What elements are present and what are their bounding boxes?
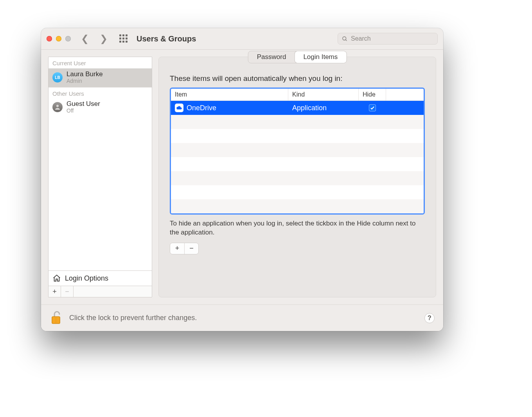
forward-button[interactable]: ❯ xyxy=(100,34,108,43)
window-title: Users & Groups xyxy=(137,34,196,43)
svg-point-0 xyxy=(343,36,346,40)
empty-row xyxy=(171,115,424,129)
col-hide[interactable]: Hide xyxy=(359,89,386,100)
unlocked-lock-icon[interactable] xyxy=(50,311,62,326)
user-name: Guest User xyxy=(66,100,100,108)
col-item[interactable]: Item xyxy=(171,89,288,100)
table-row[interactable]: OneDrive Application xyxy=(171,101,424,115)
empty-row xyxy=(171,157,424,171)
login-items-table[interactable]: Item Kind Hide OneDrive Application xyxy=(170,88,425,215)
close-window-button[interactable] xyxy=(47,36,52,41)
users-sidebar: Current User LB Laura Burke Admin Other … xyxy=(48,57,152,297)
sidebar-footer: + − xyxy=(49,286,152,297)
add-remove-group: + − xyxy=(170,243,199,254)
user-role: Admin xyxy=(66,78,103,84)
preferences-window: ❮ ❯ Users & Groups Search Current User xyxy=(41,28,443,331)
add-user-button[interactable]: + xyxy=(49,286,61,297)
house-icon xyxy=(52,274,61,283)
empty-row xyxy=(171,185,424,199)
current-user-header: Current User xyxy=(49,57,152,68)
avatar: LB xyxy=(52,72,63,82)
back-button[interactable]: ❮ xyxy=(81,34,89,43)
item-name: OneDrive xyxy=(187,104,216,112)
panel-hint: To hide an application when you log in, … xyxy=(170,219,425,237)
col-kind[interactable]: Kind xyxy=(288,89,359,100)
avatar xyxy=(52,102,63,112)
kind-cell: Application xyxy=(288,104,359,112)
nav-buttons: ❮ ❯ xyxy=(81,34,108,43)
window-body: Current User LB Laura Burke Admin Other … xyxy=(41,50,443,304)
tabs: Password Login Items xyxy=(248,51,347,63)
hide-cell xyxy=(359,104,386,111)
user-name: Laura Burke xyxy=(66,71,103,78)
empty-row xyxy=(171,143,424,157)
item-cell: OneDrive xyxy=(171,104,288,112)
zoom-window-button[interactable] xyxy=(65,36,71,41)
empty-row xyxy=(171,129,424,143)
svg-line-1 xyxy=(345,39,347,41)
help-button[interactable]: ? xyxy=(424,313,435,323)
remove-user-button[interactable]: − xyxy=(61,286,74,297)
user-status: Off xyxy=(66,108,100,114)
login-options-button[interactable]: Login Options xyxy=(49,270,152,286)
onedrive-icon xyxy=(175,104,183,112)
search-placeholder: Search xyxy=(351,35,371,42)
sidebar-item-current-user[interactable]: LB Laura Burke Admin xyxy=(49,68,152,87)
remove-login-item-button[interactable]: − xyxy=(184,243,198,254)
toolbar: ❮ ❯ Users & Groups Search xyxy=(41,28,443,50)
add-login-item-button[interactable]: + xyxy=(170,243,184,254)
login-items-panel: Password Login Items These items will op… xyxy=(158,57,436,297)
tab-password[interactable]: Password xyxy=(248,51,295,63)
panel-description: These items will open automatically when… xyxy=(170,74,425,83)
tab-login-items[interactable]: Login Items xyxy=(295,51,346,63)
lock-hint: Click the lock to prevent further change… xyxy=(69,314,197,322)
hide-checkbox[interactable] xyxy=(369,104,376,111)
show-all-prefs-button[interactable] xyxy=(119,34,128,43)
empty-row xyxy=(171,199,424,213)
table-header: Item Kind Hide xyxy=(171,89,424,101)
window-footer: Click the lock to prevent further change… xyxy=(41,304,443,331)
login-options-label: Login Options xyxy=(65,274,108,283)
search-icon xyxy=(342,36,348,42)
other-users-header: Other Users xyxy=(49,87,152,99)
minimize-window-button[interactable] xyxy=(56,36,61,41)
search-input[interactable]: Search xyxy=(338,33,438,45)
sidebar-item-guest-user[interactable]: Guest User Off xyxy=(49,99,152,117)
svg-point-2 xyxy=(56,105,59,107)
empty-row xyxy=(171,171,424,185)
window-controls xyxy=(47,36,71,41)
